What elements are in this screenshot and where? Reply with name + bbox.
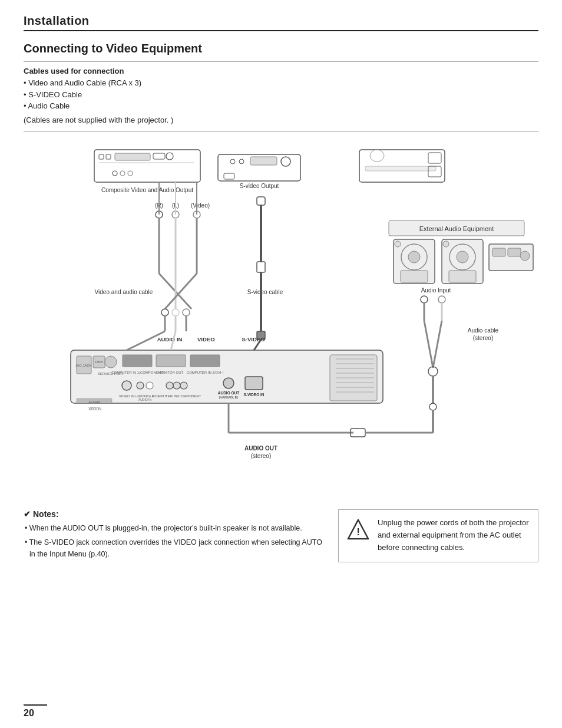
- section-title: Connecting to Video Equipment: [24, 42, 538, 55]
- cables-header: Cables used for connection: [24, 67, 538, 75]
- page-wrapper: Installation Connecting to Video Equipme…: [0, 0, 562, 577]
- svg-text:VIDEO: VIDEO: [197, 336, 215, 342]
- svg-text:S-VIDEO IN: S-VIDEO IN: [243, 393, 264, 397]
- notes-section: ✔ Notes: • When the AUDIO OUT is plugged…: [24, 509, 538, 562]
- svg-rect-66: [156, 355, 186, 367]
- svg-rect-13: [250, 157, 277, 165]
- svg-text:AUDIO OUT: AUDIO OUT: [218, 391, 240, 395]
- svg-point-80: [223, 378, 234, 388]
- svg-point-7: [113, 171, 117, 176]
- svg-rect-19: [428, 153, 441, 163]
- svg-line-40: [165, 274, 197, 309]
- svg-text:USB: USB: [95, 360, 103, 364]
- svg-rect-18: [365, 166, 436, 171]
- svg-rect-4: [153, 153, 165, 159]
- svg-text:External Audio Equipment: External Audio Equipment: [419, 225, 494, 232]
- warning-icon: !: [347, 518, 369, 541]
- notes-title: ✔ Notes:: [24, 509, 326, 519]
- svg-text:S-video cable: S-video cable: [247, 289, 283, 295]
- svg-text:(Video): (Video): [191, 202, 210, 209]
- svg-point-43: [172, 309, 179, 316]
- svg-point-17: [370, 150, 384, 162]
- notes-left: ✔ Notes: • When the AUDIO OUT is plugged…: [24, 509, 326, 562]
- cable-item-1: • Video and Audio Cable (RCA x 3): [24, 77, 538, 89]
- svg-rect-113: [449, 271, 476, 282]
- svg-text:AUDIO IN: AUDIO IN: [138, 398, 152, 401]
- svg-point-121: [438, 296, 445, 303]
- svg-text:AUDIO OUT: AUDIO OUT: [244, 445, 277, 452]
- checkmark-icon: ✔: [24, 509, 31, 519]
- svg-rect-1: [99, 154, 104, 159]
- warning-text: Unplug the power cords of both the proje…: [378, 517, 530, 554]
- svg-text:AUDIO IN: AUDIO IN: [157, 336, 183, 342]
- svg-text:!: !: [356, 526, 360, 538]
- svg-text:COMPUTER IN 1/COMPONENT: COMPUTER IN 1/COMPONENT: [111, 371, 163, 374]
- svg-point-77: [173, 382, 180, 389]
- svg-point-129: [429, 403, 437, 410]
- svg-text:(VARIABLE): (VARIABLE): [219, 396, 239, 399]
- svg-point-107: [395, 241, 401, 247]
- connection-diagram: Composite Video and Audio Output S-video…: [24, 144, 538, 498]
- svg-rect-3: [115, 153, 150, 160]
- svg-rect-15: [224, 173, 234, 179]
- svg-point-5: [166, 153, 173, 160]
- svg-rect-51: [257, 262, 265, 272]
- svg-text:XB30N: XB30N: [88, 407, 101, 411]
- svg-text:A/C JACK: A/C JACK: [75, 364, 91, 367]
- svg-text:S-video Output: S-video Output: [240, 183, 279, 189]
- svg-text:COMPUTER IN/COMPONENT: COMPUTER IN/COMPONENT: [153, 394, 201, 398]
- svg-point-119: [421, 296, 428, 303]
- svg-point-78: [180, 382, 187, 389]
- svg-line-126: [433, 321, 442, 368]
- page-title: Installation: [24, 14, 538, 28]
- cable-item-3: • Audio Cable: [24, 100, 538, 112]
- svg-point-127: [428, 367, 438, 376]
- svg-point-117: [520, 251, 530, 261]
- svg-point-112: [443, 241, 449, 247]
- svg-point-41: [161, 309, 168, 316]
- svg-line-125: [424, 321, 433, 368]
- svg-point-62: [105, 356, 117, 368]
- cable-item-4: (Cables are not supplied with the projec…: [24, 114, 538, 126]
- svg-text:MONITOR OUT: MONITOR OUT: [158, 371, 184, 374]
- svg-text:Video and audio cable: Video and audio cable: [95, 289, 153, 295]
- svg-point-73: [146, 382, 153, 389]
- svg-point-45: [183, 309, 190, 316]
- note-item-1: • When the AUDIO OUT is plugged-in, the …: [24, 522, 326, 534]
- svg-rect-64: [123, 355, 152, 367]
- svg-text:COMPUTER IN 2/DVI-I: COMPUTER IN 2/DVI-I: [187, 371, 224, 374]
- notes-label: Notes:: [33, 509, 59, 519]
- warning-box: ! Unplug the power cords of both the pro…: [338, 509, 538, 562]
- svg-text:ALARM: ALARM: [89, 400, 100, 404]
- svg-text:VIDEO IN: VIDEO IN: [119, 394, 134, 398]
- svg-rect-2: [106, 154, 111, 159]
- svg-rect-68: [190, 355, 220, 367]
- svg-text:Audio cable: Audio cable: [468, 327, 499, 334]
- section-top-divider: [24, 61, 538, 62]
- cables-info: Cables used for connection • Video and A…: [24, 67, 538, 126]
- svg-point-14: [281, 157, 290, 166]
- svg-rect-108: [401, 271, 428, 282]
- svg-point-76: [166, 382, 173, 389]
- cable-item-2: • S-VIDEO Cable: [24, 89, 538, 101]
- svg-text:(stereo): (stereo): [251, 453, 271, 459]
- svg-rect-116: [508, 248, 521, 256]
- svg-point-11: [230, 159, 235, 164]
- svg-point-70: [122, 381, 131, 390]
- svg-text:(stereo): (stereo): [473, 335, 493, 341]
- page-header: Installation: [24, 14, 538, 31]
- svg-rect-49: [257, 197, 265, 205]
- svg-text:Composite Video and Audio Outp: Composite Video and Audio Output: [101, 187, 193, 193]
- svg-point-111: [457, 251, 468, 263]
- note-item-2: • The S-VIDEO jack connection overrides …: [24, 536, 326, 560]
- svg-text:Audio Input: Audio Input: [421, 287, 451, 294]
- svg-point-72: [137, 382, 144, 389]
- svg-point-106: [408, 251, 420, 263]
- svg-point-9: [128, 171, 133, 176]
- page-number: 20: [24, 704, 47, 719]
- section-bottom-divider: [24, 131, 538, 132]
- diagram-area: Composite Video and Audio Output S-video…: [24, 144, 538, 498]
- svg-rect-115: [492, 248, 505, 256]
- svg-text:S-VIDEO: S-VIDEO: [242, 336, 265, 342]
- svg-point-12: [239, 159, 244, 164]
